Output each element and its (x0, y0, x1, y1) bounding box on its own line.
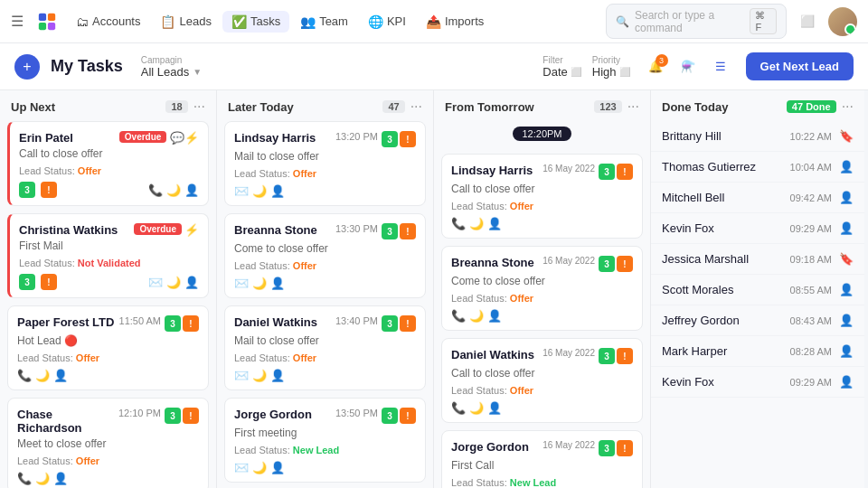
card-daniel-watkins-ft[interactable]: Daniel Watkins 16 May 2022 3 ! Call to c… (441, 338, 643, 423)
moon-icon[interactable]: 🌙 (166, 276, 181, 289)
moon-icon[interactable]: 🌙 (252, 369, 267, 382)
user-icon[interactable]: 👤 (270, 461, 285, 474)
user-icon[interactable]: 👤 (270, 369, 285, 382)
col-more-later-today[interactable]: ··· (410, 99, 422, 114)
filter-icon-button[interactable]: ⚗️ (674, 52, 703, 81)
card-breanna-stone-ft[interactable]: Breanna Stone 16 May 2022 3 ! Come to cl… (441, 246, 643, 331)
card-lindsay-harris-ft[interactable]: Lindsay Harris 16 May 2022 3 ! Call to c… (441, 154, 643, 239)
moon-icon[interactable]: 🌙 (252, 277, 267, 290)
email-icon[interactable]: ✉️ (234, 461, 249, 474)
col-header-done-today: Done Today 47 Done ··· (651, 90, 864, 121)
date-filter[interactable]: Filter Date ⬜ (542, 55, 580, 79)
done-item-kevin-fox-1[interactable]: Kevin Fox 09:29 AM 👤 (651, 213, 864, 244)
card-date: 16 May 2022 (542, 164, 595, 174)
moon-icon[interactable]: 🌙 (252, 461, 267, 474)
priority-filter[interactable]: Priority High ⬜ (592, 55, 630, 79)
email-icon[interactable]: ✉️ (148, 276, 163, 289)
moon-icon[interactable]: 🌙 (252, 184, 267, 198)
nav-accounts[interactable]: 🗂 Accounts (67, 11, 149, 33)
svg-rect-2 (39, 22, 46, 29)
nav-leads[interactable]: 📋 Leads (151, 11, 220, 33)
card-breanna-stone-lt[interactable]: Breanna Stone 13:30 PM 3 ! Come to close… (224, 213, 426, 298)
nav-kpi[interactable]: 🌐 KPI (359, 11, 415, 33)
user-icon[interactable]: 👤 (487, 217, 502, 230)
user-icon[interactable]: 👤 (839, 221, 854, 235)
card-chase-richardson[interactable]: Chase Richardson 12:10 PM 3 ! Meet to cl… (7, 398, 209, 488)
moon-icon[interactable]: 🌙 (166, 183, 181, 197)
user-icon[interactable]: 👤 (839, 344, 854, 358)
notifications-button[interactable]: 🔔 3 (641, 52, 670, 81)
card-daniel-watkins-lt[interactable]: Daniel Watkins 13:40 PM 3 ! Mail to clos… (224, 305, 426, 390)
user-icon[interactable]: 👤 (839, 375, 854, 389)
campaign-arrow-icon: ▼ (193, 67, 202, 77)
card-status: Lead Status: Offer (451, 293, 633, 304)
done-item-thomas-gutierrez[interactable]: Thomas Gutierrez 10:04 AM 👤 (651, 152, 864, 183)
moon-icon[interactable]: 🌙 (35, 369, 50, 382)
user-icon[interactable]: 👤 (53, 369, 68, 382)
user-icon[interactable]: 👤 (184, 183, 199, 197)
col-more-from-tomorrow[interactable]: ··· (627, 99, 639, 114)
done-item-scott-morales[interactable]: Scott Morales 08:55 AM 👤 (651, 275, 864, 305)
card-erin-patel[interactable]: 12 May 2022 - 10:35AM Erin Patel Overdue… (7, 121, 209, 206)
user-icon[interactable]: 👤 (270, 277, 285, 290)
logo[interactable] (34, 9, 60, 34)
card-christina-watkins[interactable]: Christina Watkins Overdue ⚡ First Mail L… (7, 213, 209, 298)
moon-icon[interactable]: 🌙 (469, 217, 484, 230)
nav-imports[interactable]: 📤 Imports (417, 11, 493, 33)
user-icon[interactable]: 👤 (839, 314, 854, 327)
nav-tasks[interactable]: ✅ Tasks (222, 11, 289, 33)
user-icon[interactable]: 👤 (53, 472, 68, 485)
phone-icon[interactable]: 📞 (17, 369, 32, 382)
phone-icon[interactable]: 📞 (451, 217, 466, 230)
user-icon[interactable]: 👤 (270, 184, 285, 198)
get-next-lead-button[interactable]: Get Next Lead (746, 52, 854, 80)
moon-icon[interactable]: 🌙 (469, 401, 484, 415)
nav-team[interactable]: 👥 Team (291, 11, 357, 33)
card-desc: Come to close offer (234, 242, 416, 255)
card-desc: Meet to close offer (17, 437, 199, 450)
user-icon[interactable]: 👤 (184, 276, 199, 289)
search-bar[interactable]: 🔍 Search or type a command ⌘ F (606, 4, 787, 39)
moon-icon[interactable]: 🌙 (35, 472, 50, 485)
done-item-mitchell-bell[interactable]: Mitchell Bell 09:42 AM 👤 (651, 183, 864, 213)
bookmark-icon[interactable]: 🔖 (839, 252, 854, 266)
done-item-mark-harper[interactable]: Mark Harper 08:28 AM 👤 (651, 336, 864, 367)
card-badge-orange: ! (400, 223, 416, 239)
add-task-button[interactable]: + (14, 54, 40, 80)
done-item-jeffrey-gordon[interactable]: Jeffrey Gordon 08:43 AM 👤 (651, 305, 864, 336)
list-view-button[interactable]: ☰ (706, 52, 735, 81)
email-icon[interactable]: ✉️ (234, 369, 249, 382)
moon-icon[interactable]: 🌙 (469, 309, 484, 323)
user-icon[interactable]: 👤 (839, 283, 854, 296)
phone-icon[interactable]: 📞 (17, 472, 32, 485)
user-icon[interactable]: 👤 (487, 309, 502, 323)
card-lindsay-harris-lt[interactable]: Lindsay Harris 13:20 PM 3 ! Mail to clos… (224, 121, 426, 206)
phone-icon[interactable]: 📞 (451, 401, 466, 415)
avatar[interactable] (828, 7, 857, 36)
user-icon[interactable]: 👤 (839, 160, 854, 174)
done-item-time: 09:29 AM (790, 223, 832, 234)
col-count-done-today: 47 Done (787, 100, 836, 113)
bookmark-icon[interactable]: 🔖 (839, 129, 854, 143)
nav-right: ⬜ (794, 7, 857, 36)
col-more-up-next[interactable]: ··· (193, 99, 205, 114)
user-icon[interactable]: 👤 (839, 191, 854, 204)
email-icon[interactable]: ✉️ (234, 277, 249, 290)
card-paper-forest[interactable]: Paper Forest LTD 11:50 AM 3 ! Hot Lead 🔴… (7, 305, 209, 390)
phone-icon[interactable]: 📞 (451, 309, 466, 323)
card-status: Lead Status: Not Validated (19, 258, 199, 268)
done-item-jessica-marshall[interactable]: Jessica Marshall 09:18 AM 🔖 (651, 244, 864, 275)
card-jorge-gordon-ft[interactable]: Jorge Gordon 16 May 2022 3 ! First Call … (441, 430, 643, 488)
col-more-done-today[interactable]: ··· (842, 99, 854, 114)
user-icon[interactable]: 👤 (487, 401, 502, 415)
monitor-icon[interactable]: ⬜ (794, 8, 821, 35)
done-item-kevin-fox-2[interactable]: Kevin Fox 09:29 AM 👤 (651, 367, 864, 398)
toolbar-icons: 🔔 3 ⚗️ ☰ (641, 52, 735, 81)
card-jorge-gordon-lt[interactable]: Jorge Gordon 13:50 PM 3 ! First meeting … (224, 398, 426, 483)
email-icon[interactable]: ✉️ (234, 184, 249, 198)
card-badge-green: 3 (599, 348, 615, 364)
done-item-brittany-hill[interactable]: Brittany Hill 10:22 AM 🔖 (651, 121, 864, 152)
campaign-filter[interactable]: Campagin All Leads ▼ (141, 55, 202, 79)
phone-icon[interactable]: 📞 (148, 183, 163, 197)
hamburger-icon[interactable]: ☰ (11, 13, 24, 30)
